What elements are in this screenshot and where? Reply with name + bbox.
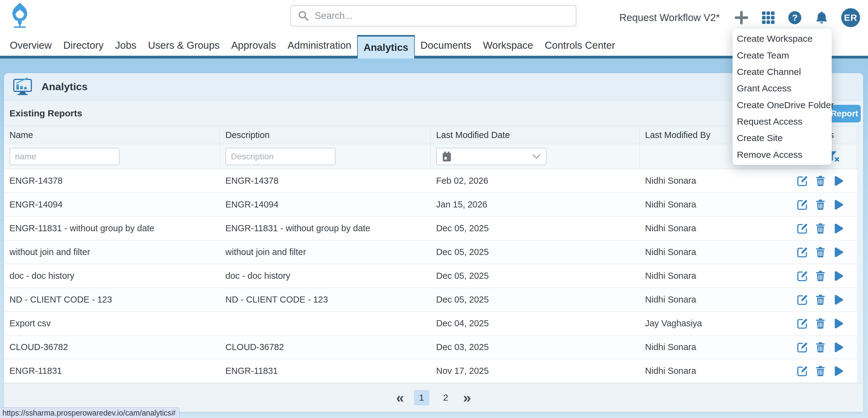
table-row[interactable]: ENGR-14378 ENGR-14378 Feb 02, 2026 Nidhi… [4,169,857,193]
menu-item[interactable]: Remove Access [733,146,832,163]
menu-item[interactable]: Request Access [733,113,832,130]
edit-report-button[interactable] [797,342,808,353]
edit-report-button[interactable] [797,175,808,186]
nav-tab[interactable]: Administration [282,35,357,56]
run-report-button[interactable] [833,271,843,281]
notifications-button[interactable] [814,10,829,25]
nav-tab[interactable]: Documents [415,35,477,56]
name-filter-input[interactable] [9,148,120,165]
play-icon [833,271,843,281]
delete-report-button[interactable] [815,271,826,281]
table-row[interactable]: ENGR-11831 ENGR-11831 Nov 17, 2025 Nidhi… [4,359,857,383]
menu-item[interactable]: Create Site [733,130,832,146]
edit-report-button[interactable] [797,199,808,210]
column-header-description[interactable]: Description [220,126,431,144]
cell-last-modified-date: Nov 17, 2025 [431,359,640,383]
apps-grid-icon [761,11,775,25]
delete-report-button[interactable] [815,175,826,186]
column-header-last-modified-by[interactable]: Last Modified By [640,126,743,144]
nav-tab-label: Overview [10,40,52,51]
last-page-button[interactable]: » [462,391,472,405]
table-row[interactable]: ND - CLIENT CODE - 123 ND - CLIENT CODE … [4,288,857,312]
table-row[interactable]: Export csv Dec 04, 2025 Jay Vaghasiya [4,312,857,336]
run-report-button[interactable] [833,175,843,186]
run-report-button[interactable] [833,365,843,377]
column-header-last-modified-date[interactable]: Last Modified Date [431,126,640,144]
cell-name: ENGR-14378 [4,169,220,193]
page-number-button[interactable]: 2 [438,390,454,406]
cell-actions [743,217,857,240]
add-button[interactable] [734,10,749,25]
cell-actions [743,240,857,264]
help-button[interactable]: ? [787,10,802,25]
menu-item[interactable]: Create Channel [733,64,832,80]
description-filter-input[interactable] [225,148,336,165]
edit-report-button[interactable] [797,294,808,305]
nav-tab-label: Controls Center [545,40,615,51]
table-row[interactable]: CLOUD-36782 CLOUD-36782 Dec 03, 2025 Nid… [4,336,857,359]
edit-icon [797,247,808,258]
edit-report-button[interactable] [797,223,808,234]
edit-icon [797,294,808,305]
column-header-name[interactable]: Name [4,126,220,144]
delete-report-button[interactable] [815,318,826,329]
menu-item[interactable]: Create Workspace [733,31,832,47]
run-report-button[interactable] [833,342,843,353]
delete-report-button[interactable] [815,247,826,258]
menu-item[interactable]: Grant Access [733,80,832,97]
nav-tab[interactable]: Overview [4,35,58,56]
delete-report-button[interactable] [815,223,826,234]
run-report-button[interactable] [833,223,843,234]
play-icon [833,199,843,210]
trash-icon [815,294,826,305]
delete-report-button[interactable] [815,342,826,353]
page-number-button[interactable]: 1 [414,390,429,406]
delete-report-button[interactable] [815,365,826,377]
search-box[interactable] [290,5,577,27]
edit-icon [797,223,808,234]
nav-tab[interactable]: Analytics [357,35,415,59]
app-logo[interactable] [7,2,33,29]
edit-report-button[interactable] [797,271,808,281]
first-page-button[interactable]: « [395,391,405,405]
cell-last-modified-date: Jan 15, 2026 [431,193,640,216]
run-report-button[interactable] [833,247,843,258]
apps-grid-button[interactable] [761,11,775,25]
table-row[interactable]: ENGR-11831 - without group by date ENGR-… [4,217,857,240]
cell-actions [743,193,857,216]
edit-icon [797,365,808,377]
nav-tab[interactable]: Users & Groups [142,35,225,56]
edit-icon [797,342,808,353]
nav-tab[interactable]: Approvals [225,35,282,56]
run-report-button[interactable] [833,199,843,210]
table-row[interactable]: doc - doc history doc - doc history Dec … [4,264,857,288]
cell-last-modified-date: Dec 05, 2025 [431,264,640,288]
nav-tab[interactable]: Workspace [477,35,539,56]
date-filter-input[interactable] [436,148,547,165]
trash-icon [815,271,826,281]
table-row[interactable]: ENGR-14094 ENGR-14094 Jan 15, 2026 Nidhi… [4,193,857,217]
run-report-button[interactable] [833,318,843,329]
menu-item[interactable]: Create Team [733,47,832,63]
table-row[interactable]: without join and filter without join and… [4,240,857,264]
nav-tab[interactable]: Jobs [110,35,143,56]
avatar[interactable]: ER [841,8,860,27]
edit-report-button[interactable] [797,247,808,258]
run-report-button[interactable] [833,294,843,305]
cell-name: ENGR-11831 - without group by date [4,217,220,240]
menu-item[interactable]: Create OneDrive Folder [733,97,832,113]
edit-report-button[interactable] [797,365,808,377]
nav-tab[interactable]: Controls Center [539,35,621,56]
search-input[interactable] [315,10,565,21]
nav-tab[interactable]: Directory [58,35,110,56]
delete-report-button[interactable] [815,294,826,305]
delete-report-button[interactable] [815,199,826,210]
nav-tab-label: Users & Groups [148,40,220,51]
cell-last-modified-by: Nidhi Sonara [640,359,743,383]
table-body: ENGR-14378 ENGR-14378 Feb 02, 2026 Nidhi… [4,169,857,383]
play-icon [833,247,843,258]
edit-report-button[interactable] [797,318,808,329]
bell-icon [814,10,829,25]
status-url-tooltip: https://ssharma.prosperowaredev.io/cam/a… [0,407,180,418]
cell-name: doc - doc history [4,264,220,288]
